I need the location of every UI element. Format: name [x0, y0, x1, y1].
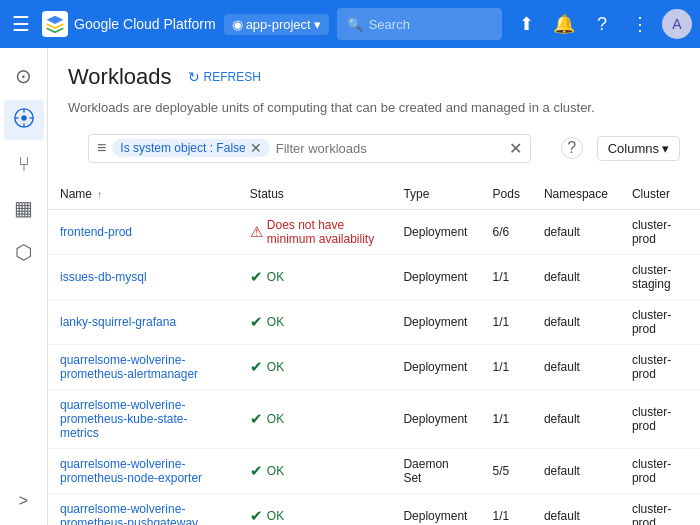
workload-pods: 1/1	[481, 344, 532, 389]
workload-type: Deployment	[391, 493, 480, 525]
filter-clear-button[interactable]: ✕	[509, 139, 522, 158]
workload-cluster: cluster-prod	[620, 209, 700, 254]
status-ok: ✔OK	[250, 313, 380, 331]
workload-name-link[interactable]: frontend-prod	[60, 225, 132, 239]
workload-type: Deployment	[391, 209, 480, 254]
table-row: quarrelsome-wolverine-prometheus-node-ex…	[48, 448, 700, 493]
workload-pods: 1/1	[481, 493, 532, 525]
workload-pods: 1/1	[481, 389, 532, 448]
table-row: quarrelsome-wolverine-prometheus-kube-st…	[48, 389, 700, 448]
kubernetes-icon	[13, 107, 35, 134]
project-selector[interactable]: ◉ app-project ▾	[224, 14, 329, 35]
col-header-namespace[interactable]: Namespace	[532, 179, 620, 210]
workload-cluster: cluster-staging	[620, 254, 700, 299]
workload-namespace: default	[532, 209, 620, 254]
col-header-status[interactable]: Status	[238, 179, 392, 210]
filter-chip[interactable]: Is system object : False ✕	[112, 139, 269, 157]
workload-cluster: cluster-prod	[620, 448, 700, 493]
check-circle-icon: ✔	[250, 507, 263, 525]
status-ok: ✔OK	[250, 410, 380, 428]
workload-name-link[interactable]: issues-db-mysql	[60, 270, 147, 284]
filter-bar[interactable]: ≡ Is system object : False ✕ ✕	[88, 134, 531, 163]
table-row: quarrelsome-wolverine-prometheus-pushgat…	[48, 493, 700, 525]
columns-button[interactable]: Columns ▾	[597, 136, 680, 161]
check-circle-icon: ✔	[250, 410, 263, 428]
check-circle-icon: ✔	[250, 358, 263, 376]
workload-namespace: default	[532, 493, 620, 525]
status-ok: ✔OK	[250, 268, 380, 286]
app-logo: Google Cloud Platform	[42, 11, 216, 37]
workload-type: Daemon Set	[391, 448, 480, 493]
col-header-type[interactable]: Type	[391, 179, 480, 210]
nodes-icon: ⑂	[18, 153, 30, 176]
sidebar-expand-button[interactable]: >	[4, 485, 44, 517]
page-title: Workloads	[68, 64, 172, 90]
filter-row: ≡ Is system object : False ✕ ✕ ? Columns…	[48, 130, 700, 171]
refresh-button[interactable]: ↻ REFRESH	[188, 69, 261, 85]
chevron-down-icon: ▾	[662, 141, 669, 156]
status-text: Does not have minimum availability	[267, 218, 380, 246]
workloads-table: Name ↑ Status Type Pods Namespace Cluste…	[48, 179, 700, 526]
notification-icon[interactable]: 🔔	[548, 8, 580, 40]
status-ok: ✔OK	[250, 507, 380, 525]
col-header-pods[interactable]: Pods	[481, 179, 532, 210]
workload-name-link[interactable]: quarrelsome-wolverine-prometheus-node-ex…	[60, 457, 202, 485]
search-bar[interactable]: 🔍	[337, 8, 502, 40]
page-description: Workloads are deployable units of comput…	[48, 98, 700, 130]
workload-pods: 5/5	[481, 448, 532, 493]
status-ok: ✔OK	[250, 462, 380, 480]
workload-cluster: cluster-prod	[620, 344, 700, 389]
page-header: Workloads ↻ REFRESH	[48, 48, 700, 98]
dashboard-icon: ⊙	[15, 64, 32, 88]
workload-pods: 6/6	[481, 209, 532, 254]
upload-icon[interactable]: ⬆	[510, 8, 542, 40]
status-text: OK	[267, 509, 284, 523]
search-icon: 🔍	[347, 17, 363, 32]
workload-type: Deployment	[391, 344, 480, 389]
filter-input[interactable]	[276, 141, 503, 156]
col-header-name[interactable]: Name ↑	[48, 179, 238, 210]
project-name: app-project	[246, 17, 311, 32]
more-vert-icon[interactable]: ⋮	[624, 8, 656, 40]
sidebar-item-grid[interactable]: ▦	[4, 188, 44, 228]
workload-namespace: default	[532, 344, 620, 389]
status-text: OK	[267, 270, 284, 284]
search-input[interactable]	[369, 17, 492, 32]
col-header-cluster[interactable]: Cluster	[620, 179, 700, 210]
workload-namespace: default	[532, 448, 620, 493]
topnav: ☰ Google Cloud Platform ◉ app-project ▾ …	[0, 0, 700, 48]
check-circle-icon: ✔	[250, 268, 263, 286]
workload-namespace: default	[532, 254, 620, 299]
workload-type: Deployment	[391, 299, 480, 344]
table-row: issues-db-mysql✔OKDeployment1/1defaultcl…	[48, 254, 700, 299]
avatar[interactable]: A	[662, 9, 692, 39]
help-icon[interactable]: ?	[586, 8, 618, 40]
refresh-label: REFRESH	[204, 70, 261, 84]
sidebar-item-kubernetes[interactable]	[4, 100, 44, 140]
workload-cluster: cluster-prod	[620, 389, 700, 448]
gcp-logo-icon	[42, 11, 68, 37]
workload-cluster: cluster-prod	[620, 493, 700, 525]
table-row: lanky-squirrel-grafana✔OKDeployment1/1de…	[48, 299, 700, 344]
table-header-row: Name ↑ Status Type Pods Namespace Cluste…	[48, 179, 700, 210]
sidebar-item-nodes[interactable]: ⑂	[4, 144, 44, 184]
filter-chip-remove[interactable]: ✕	[250, 141, 262, 155]
expand-icon: >	[19, 492, 28, 510]
workload-cluster: cluster-prod	[620, 299, 700, 344]
sidebar-item-services[interactable]: ⬡	[4, 232, 44, 272]
sidebar-bottom: >	[4, 485, 44, 525]
workload-name-link[interactable]: quarrelsome-wolverine-prometheus-kube-st…	[60, 398, 187, 440]
menu-icon[interactable]: ☰	[8, 8, 34, 40]
status-text: OK	[267, 464, 284, 478]
status-text: OK	[267, 412, 284, 426]
status-ok: ✔OK	[250, 358, 380, 376]
status-text: OK	[267, 360, 284, 374]
workload-pods: 1/1	[481, 254, 532, 299]
workload-name-link[interactable]: lanky-squirrel-grafana	[60, 315, 176, 329]
sidebar-item-dashboard[interactable]: ⊙	[4, 56, 44, 96]
status-error: ⚠Does not have minimum availability	[250, 218, 380, 246]
workload-name-link[interactable]: quarrelsome-wolverine-prometheus-pushgat…	[60, 502, 198, 526]
workload-name-link[interactable]: quarrelsome-wolverine-prometheus-alertma…	[60, 353, 198, 381]
workloads-table-container: Name ↑ Status Type Pods Namespace Cluste…	[48, 179, 700, 526]
filter-help-icon[interactable]: ?	[561, 137, 583, 159]
